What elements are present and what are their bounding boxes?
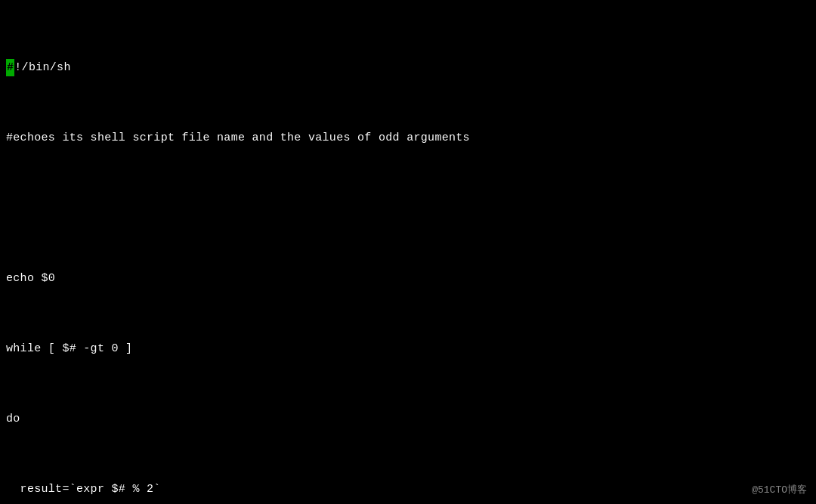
line-4: echo $0 (6, 270, 816, 287)
code-while: while [ $# -gt 0 ] (6, 340, 132, 357)
line-5: while [ $# -gt 0 ] (6, 340, 816, 357)
watermark: @51CTO博客 (752, 483, 807, 496)
line-3 (6, 199, 816, 217)
line-7: result=`expr $# % 2` (6, 481, 816, 498)
editor-window: #!/bin/sh #echoes its shell script file … (0, 0, 816, 504)
code-result: result=`expr $# % 2` (6, 481, 161, 498)
line-2: #echoes its shell script file name and t… (6, 129, 816, 147)
shebang-rest: !/bin/sh (14, 59, 70, 76)
code-echo-0: echo $0 (6, 270, 55, 287)
code-display: #!/bin/sh #echoes its shell script file … (6, 6, 816, 504)
shebang-hash: # (6, 59, 14, 76)
code-do: do (6, 410, 20, 428)
line-6: do (6, 410, 816, 428)
empty-line (6, 199, 13, 217)
comment-line: #echoes its shell script file name and t… (6, 129, 470, 147)
line-1: #!/bin/sh (6, 59, 816, 76)
